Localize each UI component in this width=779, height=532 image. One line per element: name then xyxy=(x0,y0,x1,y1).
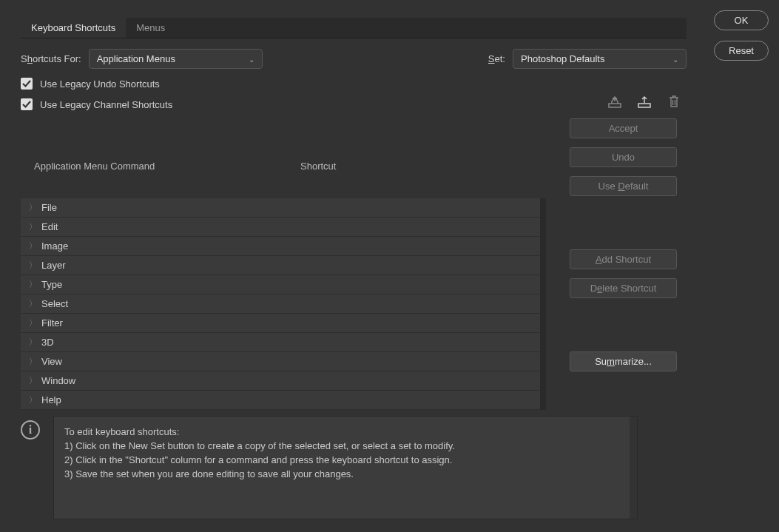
chevron-right-icon: 〉 xyxy=(27,317,38,329)
tab-menus[interactable]: Menus xyxy=(126,18,175,38)
row-label: Edit xyxy=(38,221,58,232)
table-row[interactable]: 〉View xyxy=(21,352,540,371)
row-label: Layer xyxy=(38,260,66,271)
use-default-button[interactable]: Use Default xyxy=(570,176,677,196)
chevron-right-icon: 〉 xyxy=(27,356,38,367)
table-row[interactable]: 〉Help xyxy=(21,391,540,410)
delete-set-icon[interactable] xyxy=(666,93,682,110)
shortcuts-for-label: Shortcuts For: xyxy=(21,53,81,64)
column-command: Application Menu Command xyxy=(34,161,300,172)
chevron-right-icon: 〉 xyxy=(27,375,38,386)
legacy-channel-label: Use Legacy Channel Shortcuts xyxy=(40,99,172,110)
summarize-button[interactable]: Summarize... xyxy=(570,351,677,371)
table-row[interactable]: 〉Window xyxy=(21,371,540,391)
set-label: Set: xyxy=(488,53,505,64)
table-row[interactable]: 〉Edit xyxy=(21,218,540,237)
info-icon: i xyxy=(21,420,40,440)
shortcuts-for-value: Application Menus xyxy=(97,53,175,64)
row-label: Help xyxy=(38,394,61,405)
add-shortcut-button[interactable]: Add Shortcut xyxy=(570,249,677,269)
table-row[interactable]: 〉Image xyxy=(21,237,540,256)
save-set-icon[interactable] xyxy=(607,93,623,110)
new-set-icon[interactable] xyxy=(636,93,652,110)
row-label: File xyxy=(38,202,57,213)
command-table: 〉File 〉Edit 〉Image 〉Layer 〉Type 〉Select … xyxy=(21,198,546,410)
table-row[interactable]: 〉3D xyxy=(21,333,540,352)
row-label: Select xyxy=(38,298,68,309)
row-label: View xyxy=(38,356,62,367)
chevron-right-icon: 〉 xyxy=(27,279,38,290)
ok-button[interactable]: OK xyxy=(714,10,769,30)
delete-shortcut-button[interactable]: Delete Shortcut xyxy=(570,278,677,298)
chevron-right-icon: 〉 xyxy=(27,298,38,309)
table-row[interactable]: 〉Select xyxy=(21,294,540,314)
chevron-right-icon: 〉 xyxy=(27,221,38,232)
shortcuts-for-select[interactable]: Application Menus ⌄ xyxy=(89,49,263,69)
set-select[interactable]: Photoshop Defaults ⌄ xyxy=(513,49,687,69)
row-label: Window xyxy=(38,375,75,386)
table-row[interactable]: 〉File xyxy=(21,198,540,218)
legacy-undo-checkbox[interactable] xyxy=(21,78,33,90)
row-label: Image xyxy=(38,240,68,252)
chevron-right-icon: 〉 xyxy=(27,240,38,252)
legacy-channel-checkbox[interactable] xyxy=(21,98,33,110)
undo-button[interactable]: Undo xyxy=(570,147,677,167)
info-panel: To edit keyboard shortcuts: 1) Click on … xyxy=(53,416,638,519)
row-label: Filter xyxy=(38,317,63,329)
row-label: Type xyxy=(38,279,62,290)
chevron-down-icon: ⌄ xyxy=(672,55,678,63)
tab-bar: Keyboard Shortcuts Menus xyxy=(21,18,687,38)
table-row[interactable]: 〉Filter xyxy=(21,314,540,333)
chevron-right-icon: 〉 xyxy=(27,260,38,271)
info-line: 2) Click in the "Shortcut" column for a … xyxy=(64,454,627,468)
table-row[interactable]: 〉Layer xyxy=(21,256,540,275)
info-line: 3) Save the set when you are done editin… xyxy=(64,468,627,482)
tab-keyboard-shortcuts[interactable]: Keyboard Shortcuts xyxy=(21,18,126,38)
chevron-right-icon: 〉 xyxy=(27,337,38,348)
column-shortcut: Shortcut xyxy=(300,161,336,172)
info-line: 1) Click on the New Set button to create… xyxy=(64,440,627,454)
chevron-down-icon: ⌄ xyxy=(249,55,254,63)
chevron-right-icon: 〉 xyxy=(27,394,38,405)
chevron-right-icon: 〉 xyxy=(27,202,38,213)
accept-button[interactable]: Accept xyxy=(570,118,677,138)
row-label: 3D xyxy=(38,337,54,348)
table-row[interactable]: 〉Type xyxy=(21,275,540,294)
legacy-undo-label: Use Legacy Undo Shortcuts xyxy=(40,78,160,90)
info-line: To edit keyboard shortcuts: xyxy=(64,425,627,440)
reset-button[interactable]: Reset xyxy=(714,41,769,61)
set-value: Photoshop Defaults xyxy=(521,53,604,64)
